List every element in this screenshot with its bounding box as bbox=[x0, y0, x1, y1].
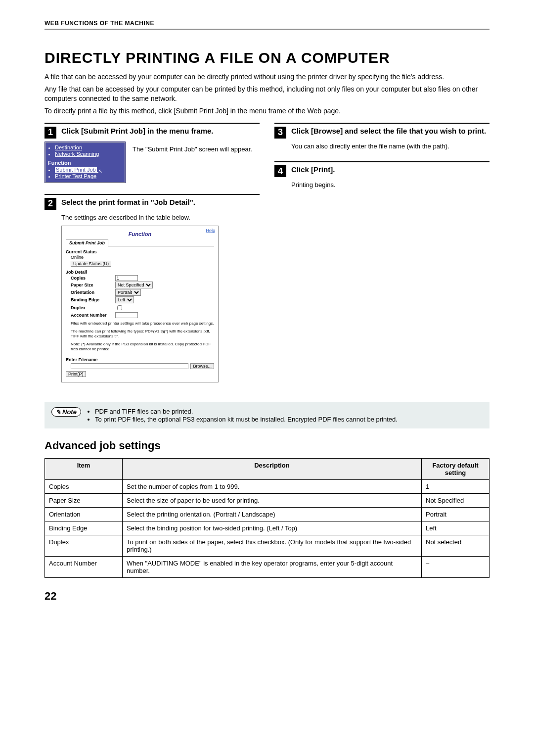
cell-item: Binding Edge bbox=[45, 521, 123, 535]
form-note-1: Files with embedded printer settings wil… bbox=[71, 321, 214, 326]
duplex-label: Duplex bbox=[71, 305, 115, 310]
current-status-value: Online bbox=[71, 255, 115, 260]
intro-p1: A file that can be accessed by your comp… bbox=[44, 72, 490, 82]
job-detail-label: Job Detail bbox=[66, 270, 214, 275]
advanced-heading: Advanced job settings bbox=[44, 439, 490, 452]
step-3-title: Click [Browse] and select the file that … bbox=[291, 127, 486, 136]
step-1-number: 1 bbox=[44, 127, 56, 139]
print-button[interactable]: Print(P) bbox=[66, 371, 86, 377]
step-4-title: Click [Print]. bbox=[291, 165, 335, 175]
current-status-label: Current Status bbox=[66, 249, 214, 254]
pen-icon: ✎ bbox=[56, 409, 61, 416]
menu-submit-print-job-label: Submit Print Job bbox=[55, 167, 97, 173]
table-row: Account Number When "AUDITING MODE" is e… bbox=[45, 557, 490, 578]
cell-item: Paper Size bbox=[45, 494, 123, 508]
cell-default: Not Specified bbox=[422, 494, 490, 508]
account-number-label: Account Number bbox=[71, 313, 115, 318]
menu-printer-test-page[interactable]: Printer Test Page bbox=[55, 173, 122, 179]
step-2-number: 2 bbox=[44, 198, 56, 210]
binding-edge-label: Binding Edge bbox=[71, 297, 115, 302]
cell-default: Left bbox=[422, 521, 490, 535]
table-row: Orientation Select the printing orientat… bbox=[45, 508, 490, 521]
form-tab: Submit Print Job bbox=[66, 239, 108, 246]
update-status-button[interactable]: Update Status (U) bbox=[71, 261, 111, 267]
menu-submit-print-job[interactable]: Submit Print Job ↖ bbox=[55, 167, 122, 173]
page-number: 22 bbox=[44, 590, 490, 603]
note-badge: ✎ Note bbox=[51, 407, 81, 417]
orientation-label: Orientation bbox=[71, 290, 115, 295]
table-row: Binding Edge Select the binding position… bbox=[45, 521, 490, 535]
cell-desc: When "AUDITING MODE" is enabled in the k… bbox=[123, 557, 422, 578]
settings-table: Item Description Factory default setting… bbox=[44, 458, 490, 578]
step-4-number: 4 bbox=[274, 165, 286, 177]
cell-default: Not selected bbox=[422, 535, 490, 557]
form-note-2: The machine can print following file typ… bbox=[71, 329, 214, 339]
step-3-number: 3 bbox=[274, 127, 286, 139]
browse-button[interactable]: Browse... bbox=[190, 363, 214, 369]
cell-default: Portrait bbox=[422, 508, 490, 521]
page-title: DIRECTLY PRINTING A FILE ON A COMPUTER bbox=[44, 49, 490, 66]
step-1-title: Click [Submit Print Job] in the menu fra… bbox=[61, 127, 214, 136]
step-2-body: The settings are described in the table … bbox=[61, 214, 260, 222]
orientation-select[interactable]: Portrait bbox=[115, 289, 141, 296]
intro-p3: To directly print a file by this method,… bbox=[44, 106, 490, 116]
cell-desc: Set the number of copies from 1 to 999. bbox=[123, 480, 422, 494]
step-2-title: Select the print format in "Job Detail". bbox=[61, 198, 195, 207]
cell-item: Account Number bbox=[45, 557, 123, 578]
cell-item: Orientation bbox=[45, 508, 123, 521]
help-link[interactable]: Help bbox=[206, 228, 215, 233]
table-row: Paper Size Select the size of paper to b… bbox=[45, 494, 490, 508]
step-3: 3 Click [Browse] and select the file tha… bbox=[274, 123, 490, 151]
form-note-3: Note: (*) Available only if the PS3 expa… bbox=[71, 342, 214, 352]
intro-p2: Any file that can be accessed by your co… bbox=[44, 85, 490, 103]
step-2: 2 Select the print format in "Job Detail… bbox=[44, 194, 260, 383]
filename-input[interactable] bbox=[71, 363, 188, 369]
menu-network-scanning[interactable]: Network Scanning bbox=[55, 151, 122, 157]
note-callout: ✎ Note PDF and TIFF files can be printed… bbox=[44, 402, 490, 428]
step-1: 1 Click [Submit Print Job] in the menu f… bbox=[44, 123, 260, 183]
form-function-title: Function bbox=[66, 231, 214, 237]
step-4: 4 Click [Print]. Printing begins. bbox=[274, 161, 490, 189]
binding-edge-select[interactable]: Left bbox=[115, 296, 134, 303]
menu-frame-screenshot: Destination Network Scanning Function Su… bbox=[44, 142, 126, 183]
cell-item: Copies bbox=[45, 480, 123, 494]
cursor-icon: ↖ bbox=[98, 168, 102, 174]
table-row: Duplex To print on both sides of the pap… bbox=[45, 535, 490, 557]
note-li-2: To print PDF files, the optional PS3 exp… bbox=[95, 416, 398, 423]
th-description: Description bbox=[123, 459, 422, 480]
submit-print-job-form-screenshot: Help Function Submit Print Job Current S… bbox=[61, 226, 219, 382]
note-text: PDF and TIFF files can be printed. To pr… bbox=[87, 407, 398, 424]
cell-default: – bbox=[422, 557, 490, 578]
step-1-body: The "Submit Print Job" screen will appea… bbox=[133, 145, 252, 154]
cell-default: 1 bbox=[422, 480, 490, 494]
menu-destination[interactable]: Destination bbox=[55, 144, 122, 150]
paper-size-label: Paper Size bbox=[71, 283, 115, 287]
intro-block: A file that can be accessed by your comp… bbox=[44, 72, 490, 116]
menu-function-label: Function bbox=[48, 160, 122, 166]
cell-desc: Select the binding position for two-side… bbox=[123, 521, 422, 535]
step-4-body: Printing begins. bbox=[291, 181, 490, 189]
table-row: Copies Set the number of copies from 1 t… bbox=[45, 480, 490, 494]
paper-size-select[interactable]: Not Specified bbox=[115, 282, 153, 288]
copies-input[interactable] bbox=[115, 275, 138, 281]
note-badge-label: Note bbox=[62, 408, 77, 416]
step-3-body: You can also directly enter the file nam… bbox=[291, 142, 490, 151]
duplex-checkbox[interactable] bbox=[117, 305, 122, 310]
cell-desc: Select the printing orientation. (Portra… bbox=[123, 508, 422, 521]
cell-item: Duplex bbox=[45, 535, 123, 557]
note-li-1: PDF and TIFF files can be printed. bbox=[95, 408, 398, 415]
enter-filename-label: Enter Filename bbox=[66, 357, 214, 362]
copies-label: Copies bbox=[71, 276, 115, 281]
th-default: Factory default setting bbox=[422, 459, 490, 480]
account-number-input[interactable] bbox=[115, 312, 138, 318]
th-item: Item bbox=[45, 459, 123, 480]
running-head: WEB FUNCTIONS OF THE MACHINE bbox=[44, 20, 490, 30]
cell-desc: Select the size of paper to be used for … bbox=[123, 494, 422, 508]
cell-desc: To print on both sides of the paper, sel… bbox=[123, 535, 422, 557]
